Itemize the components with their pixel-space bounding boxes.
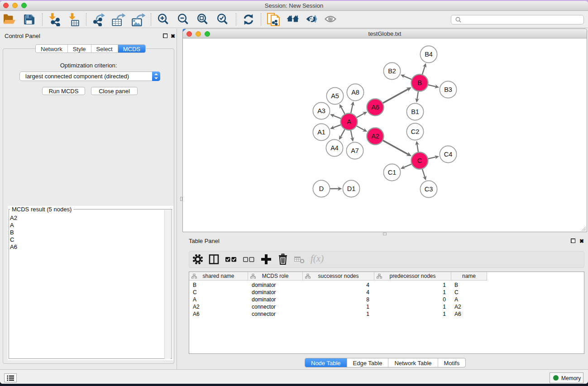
svg-text:A8: A8 [351,89,359,96]
svg-text:C3: C3 [425,186,433,193]
svg-text:C4: C4 [444,151,453,158]
svg-text:C2: C2 [411,128,420,135]
svg-text:C: C [417,157,422,164]
svg-text:A5: A5 [331,92,339,100]
svg-text:A7: A7 [351,147,359,154]
svg-text:D: D [319,185,324,192]
svg-text:B4: B4 [425,51,433,58]
svg-text:B1: B1 [411,108,419,115]
svg-text:A3: A3 [317,107,325,114]
svg-text:A1: A1 [317,129,325,136]
svg-text:A: A [347,118,351,125]
svg-text:B3: B3 [444,86,452,93]
svg-text:D1: D1 [347,185,356,192]
svg-text:C1: C1 [388,169,397,176]
svg-text:A2: A2 [371,133,379,140]
svg-text:A6: A6 [371,104,379,111]
svg-text:A4: A4 [330,144,339,152]
svg-text:B: B [417,79,422,86]
svg-text:B2: B2 [388,67,396,75]
